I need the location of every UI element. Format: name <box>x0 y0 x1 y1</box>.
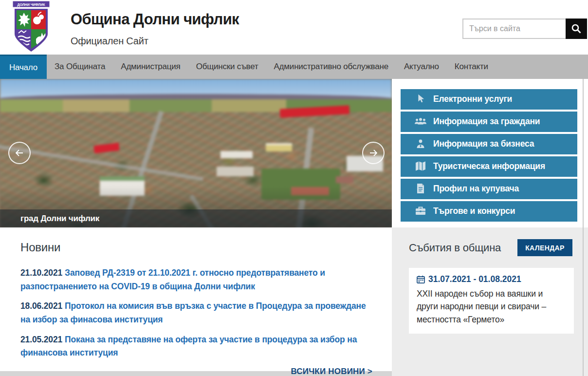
document-icon <box>414 183 427 194</box>
arrow-left-icon <box>14 148 25 158</box>
carousel-next-button[interactable] <box>362 142 385 164</box>
map-icon <box>414 160 427 172</box>
hero-caption: град Долни чифлик <box>20 214 99 224</box>
news-link[interactable]: Заповед РД-2319 от 21.10.2021 г. относно… <box>20 268 325 291</box>
page-title: Община Долни чифлик <box>71 11 239 28</box>
news-item: 18.06.2021Протокол на комисия във връзка… <box>20 300 372 326</box>
nav-item-home[interactable]: Начало <box>0 55 47 79</box>
cursor-icon <box>414 93 427 105</box>
news-link[interactable]: Покана за представяне на оферта за участ… <box>20 335 357 358</box>
site-search <box>462 19 587 39</box>
news-title: Новини <box>20 241 372 254</box>
business-person-icon <box>414 138 427 150</box>
calendar-button[interactable]: КАЛЕНДАР <box>517 239 572 256</box>
logo-banner-text: ДОЛНИ ЧИФЛИК <box>17 3 45 7</box>
news-date: 21.05.2021 <box>20 335 62 344</box>
service-button-tenders[interactable]: Търгове и конкурси <box>401 201 577 222</box>
news-date: 21.10.2021 <box>20 268 62 278</box>
events-title: Събития в община <box>409 242 501 254</box>
municipality-coat-of-arms[interactable]: ДОЛНИ ЧИФЛИК <box>7 1 55 54</box>
news-date: 18.06.2021 <box>20 301 62 311</box>
page-right-edge <box>583 79 584 376</box>
event-description: XXII народен събор на ваяшки и други нар… <box>417 287 566 326</box>
right-column: Електронни услуги Информация за граждани <box>392 79 588 376</box>
nav-item-contacts[interactable]: Контакти <box>447 55 496 79</box>
news-item: 21.10.2021Заповед РД-2319 от 21.10.2021 … <box>20 266 372 293</box>
news-link[interactable]: Протокол на комисия във връзка с участие… <box>20 301 366 324</box>
search-icon <box>570 23 582 35</box>
news-item: 21.05.2021Покана за представяне на оферт… <box>20 333 372 360</box>
nav-item-administration[interactable]: Администрация <box>113 55 188 79</box>
briefcase-icon <box>414 205 427 217</box>
main-content: град Долни чифлик Новини 21.10.2021Запов… <box>0 79 588 376</box>
hero-caption-bar: град Долни чифлик <box>0 209 392 227</box>
nav-item-about[interactable]: За Общината <box>47 55 113 79</box>
main-navigation: Начало За Общината Администрация Общинск… <box>0 55 588 79</box>
aerial-town-photo <box>0 79 392 227</box>
search-input[interactable] <box>462 19 566 39</box>
carousel-prev-button[interactable] <box>8 142 31 164</box>
site-titles: Община Долни чифлик Официален Сайт <box>71 11 239 47</box>
search-button[interactable] <box>566 19 587 39</box>
service-button-tourist-info[interactable]: Туристическа информация <box>401 156 577 177</box>
news-section: Новини 21.10.2021Заповед РД-2319 от 21.1… <box>0 227 392 371</box>
quick-services-panel: Електронни услуги Информация за граждани <box>392 79 588 227</box>
service-button-business-info[interactable]: Информация за бизнеса <box>401 134 577 154</box>
service-button-citizens-info[interactable]: Информация за граждани <box>401 112 577 132</box>
events-section: Събития в община КАЛЕНДАР 31.07.2021 - 0… <box>392 227 588 376</box>
service-button-e-services[interactable]: Електронни услуги <box>401 89 577 110</box>
hero-carousel: град Долни чифлик <box>0 79 392 227</box>
nav-item-news[interactable]: Актуално <box>396 55 447 79</box>
left-column: град Долни чифлик Новини 21.10.2021Запов… <box>0 79 392 376</box>
event-date-range: 31.07.2021 - 01.08.2021 <box>428 274 521 284</box>
arrow-right-icon <box>368 148 379 158</box>
calendar-icon <box>417 275 425 283</box>
nav-item-council[interactable]: Общински съвет <box>188 55 266 79</box>
event-card[interactable]: 31.07.2021 - 01.08.2021 XXII народен съб… <box>409 268 574 334</box>
page-subtitle: Официален Сайт <box>71 36 239 47</box>
service-button-buyer-profile[interactable]: Профил на купувача <box>401 179 577 199</box>
nav-item-services[interactable]: Административно обслужване <box>266 55 396 79</box>
citizens-icon <box>414 115 427 127</box>
site-header: ДОЛНИ ЧИФЛИК Община Долни чифлик Официал… <box>0 0 588 55</box>
